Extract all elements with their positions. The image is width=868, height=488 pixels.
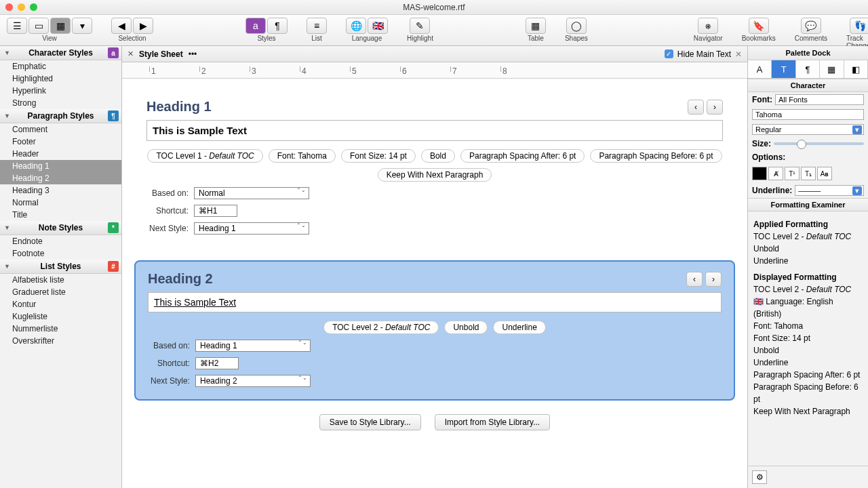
attribute-pill[interactable]: Font: Tahoma (269, 149, 336, 163)
language-flag-button[interactable]: 🇬🇧 (368, 18, 388, 34)
left-sidebar: ▼Character Stylesa EmphaticHighlightedHy… (0, 46, 122, 488)
sidebar-item[interactable]: Emphatic (0, 60, 121, 73)
tab-close-icon[interactable]: ✕ (127, 49, 134, 58)
document-area: Heading 1 ‹ › This is Sample Text TOC Le… (122, 79, 747, 488)
sidebar-item[interactable]: Comment (0, 123, 121, 136)
right-panel: Palette Dock A T ¶ ▦ ◧ Character Font:Al… (747, 46, 868, 488)
minimize-window-button[interactable] (18, 3, 25, 11)
view-dropdown-button[interactable]: ▾ (72, 18, 92, 34)
next-style-button[interactable]: › (707, 100, 723, 115)
ruler[interactable]: 12345678 (122, 62, 747, 79)
shapes-button[interactable]: ◯ (566, 18, 587, 34)
panel-close-icon[interactable]: ✕ (735, 49, 742, 59)
subscript-button[interactable]: T₁ (801, 167, 816, 180)
sidebar-item[interactable]: Strong (0, 97, 121, 109)
sample-text-box[interactable]: This is Sample Text (146, 120, 723, 141)
close-window-button[interactable] (5, 3, 13, 11)
attribute-pill[interactable]: Paragraph Spacing After: 6 pt (460, 149, 585, 163)
smallcaps-button[interactable]: Aʙ (817, 167, 832, 180)
strikethrough-button[interactable]: Ⱥ (768, 167, 783, 180)
sidebar-item[interactable]: Heading 2 (0, 172, 121, 184)
styles-para-button[interactable]: ¶ (267, 18, 288, 34)
sidebar-item[interactable]: Hyperlink (0, 85, 121, 97)
gear-icon[interactable]: ⚙ (752, 470, 767, 484)
track-changes-button[interactable]: 👣 (850, 18, 868, 34)
attribute-pill[interactable]: Unbold (444, 321, 488, 334)
sidebar-item[interactable]: Title (0, 209, 121, 221)
underline-select[interactable]: ——— (795, 185, 864, 196)
view-layout-button[interactable]: ▦ (50, 18, 71, 34)
tab-title: Style Sheet (139, 49, 183, 59)
selection-prev-button[interactable]: ◀ (111, 18, 132, 34)
sidebar-item[interactable]: Kontur (0, 298, 121, 310)
next-style-select[interactable]: Heading 1 (194, 222, 309, 235)
font-name-select[interactable]: Tahoma (752, 109, 864, 120)
formatting-examiner-list: Applied Formatting TOC Level 2 - Default… (748, 211, 868, 420)
view-page-button[interactable]: ▭ (28, 18, 49, 34)
save-to-library-button[interactable]: Save to Style Library... (319, 414, 421, 430)
sidebar-item[interactable]: Nummerliste (0, 323, 121, 335)
sidebar-item[interactable]: Kugleliste (0, 310, 121, 323)
superscript-button[interactable]: T¹ (785, 167, 800, 180)
hide-main-text-checkbox[interactable]: ✓ (665, 49, 673, 58)
view-list-button[interactable]: ☰ (7, 18, 27, 34)
shortcut-input[interactable] (195, 357, 239, 369)
import-from-library-button[interactable]: Import from Style Library... (435, 414, 550, 430)
comments-button[interactable]: 💬 (801, 18, 821, 34)
dock-tab-t[interactable]: T (772, 60, 795, 78)
next-style-select[interactable]: Heading 2 (195, 375, 311, 387)
next-style-button[interactable]: › (705, 272, 722, 287)
dock-tab-a[interactable]: A (748, 60, 772, 78)
color-swatch[interactable] (752, 167, 767, 180)
navigator-button[interactable]: ⎈ (698, 18, 718, 34)
title-bar: MAS-welcome.rtf (0, 0, 868, 15)
attribute-pill[interactable]: Font Size: 14 pt (341, 149, 416, 163)
attribute-pill[interactable]: Underline (493, 321, 545, 334)
attribute-pill[interactable]: Bold (421, 149, 455, 163)
zoom-window-button[interactable] (30, 3, 37, 11)
sidebar-item[interactable]: Heading 1 (0, 160, 121, 172)
sidebar-item[interactable]: Header (0, 148, 121, 160)
list-button[interactable]: ≡ (307, 18, 327, 34)
styles-button[interactable]: a (245, 18, 266, 34)
attribute-pill[interactable]: TOC Level 2 - Default TOC (323, 321, 439, 334)
attribute-pill[interactable]: TOC Level 1 - Default TOC (147, 149, 262, 163)
sample-text-box[interactable]: This is Sample Text (148, 292, 722, 312)
prev-style-button[interactable]: ‹ (686, 272, 703, 287)
selection-next-button[interactable]: ▶ (133, 18, 153, 34)
sidebar-item[interactable]: Alfabetisk liste (0, 274, 121, 286)
sidebar-item[interactable]: Heading 3 (0, 184, 121, 197)
sidebar-item[interactable]: Footnote (0, 247, 121, 260)
attribute-pill[interactable]: Keep With Next Paragraph (378, 168, 492, 182)
dock-tab-table[interactable]: ▦ (820, 60, 844, 78)
highlight-button[interactable]: ✎ (410, 18, 430, 34)
font-filter-select[interactable]: All Fonts (775, 94, 864, 105)
character-styles-header[interactable]: ▼Character Stylesa (0, 46, 121, 60)
dock-tab-shape[interactable]: ◧ (844, 60, 868, 78)
dock-tab-para[interactable]: ¶ (796, 60, 820, 78)
shortcut-input[interactable] (194, 205, 237, 217)
toolbar-view-group: ☰ ▭ ▦ ▾ View (7, 18, 92, 42)
based-on-select[interactable]: Heading 1 (195, 340, 311, 352)
sidebar-item[interactable]: Overskrifter (0, 335, 121, 347)
toolbar: ☰ ▭ ▦ ▾ View ◀ ▶ Selection a¶Styles ≡Lis… (0, 15, 868, 46)
note-styles-header[interactable]: ▼Note Styles* (0, 221, 121, 235)
style-block-heading1: Heading 1 ‹ › This is Sample Text TOC Le… (134, 89, 735, 247)
sidebar-item[interactable]: Endnote (0, 235, 121, 247)
attribute-pill[interactable]: Paragraph Spacing Before: 6 pt (590, 149, 722, 163)
style-name: Heading 2 (148, 271, 213, 287)
bookmarks-button[interactable]: 🔖 (749, 18, 769, 34)
language-globe-button[interactable]: 🌐 (346, 18, 366, 34)
paragraph-styles-header[interactable]: ▼Paragraph Styles¶ (0, 109, 121, 123)
sidebar-item[interactable]: Gradueret liste (0, 286, 121, 298)
sidebar-item[interactable]: Normal (0, 197, 121, 209)
prev-style-button[interactable]: ‹ (688, 100, 704, 115)
sidebar-item[interactable]: Footer (0, 136, 121, 148)
size-slider[interactable] (774, 142, 864, 145)
font-style-select[interactable]: Regular (752, 124, 864, 135)
based-on-select[interactable]: Normal (194, 187, 309, 199)
list-styles-header[interactable]: ▼List Styles# (0, 260, 121, 274)
style-block-heading2[interactable]: Heading 2 ‹ › This is Sample Text TOC Le… (134, 260, 735, 401)
table-button[interactable]: ▦ (526, 18, 546, 34)
sidebar-item[interactable]: Highlighted (0, 73, 121, 85)
